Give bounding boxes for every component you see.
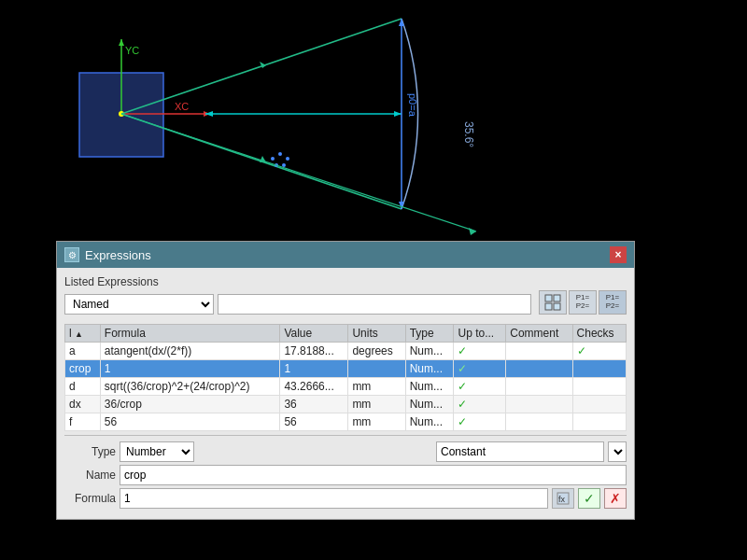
cell-formula: sqrt((36/crop)^2+(24/crop)^2) (100, 378, 280, 396)
formula-row: Formula fx ✓ ✗ (64, 488, 627, 509)
cell-upto: ✓ (454, 413, 506, 431)
cell-checks (572, 360, 626, 378)
type-label: Type (64, 445, 116, 458)
cell-id: a (65, 343, 101, 360)
cell-value: 43.2666... (280, 378, 348, 396)
svg-point-22 (286, 157, 289, 161)
dialog-icon: ⚙ (64, 247, 79, 262)
cell-upto: ✓ (454, 360, 506, 378)
cell-id: d (65, 378, 101, 396)
cad-viewport: XC YC 35.6° p0=a (0, 0, 747, 243)
svg-text:fx: fx (558, 495, 566, 504)
svg-text:p0=a: p0=a (407, 93, 418, 118)
cell-upto: ✓ (454, 343, 506, 360)
toolbar-btn-3[interactable]: P1=P2= (599, 290, 627, 315)
cell-type: Num... (405, 396, 454, 413)
toolbar-buttons: P1=P2= P1=P2= (539, 290, 627, 315)
col-header-formula[interactable]: Formula (100, 325, 280, 343)
reject-button[interactable]: ✗ (604, 488, 627, 509)
type-select[interactable]: Number (120, 441, 194, 462)
filter-search-input[interactable] (218, 294, 531, 315)
cell-formula: 36/crop (100, 396, 280, 413)
cell-value: 56 (280, 413, 348, 431)
svg-rect-27 (545, 295, 552, 301)
toolbar-btn-2[interactable]: P1=P2= (569, 290, 597, 315)
expressions-table: l ▲ Formula Value Units Type Up to... Co… (64, 324, 627, 431)
dialog-body: Listed Expressions Named (57, 268, 634, 519)
name-label: Name (64, 469, 116, 482)
cell-units: mm (348, 396, 405, 413)
top-controls-left: Listed Expressions Named (64, 275, 531, 320)
bottom-fields: Type Number ▼ Name Formula fx (64, 441, 627, 509)
cell-upto: ✓ (454, 378, 506, 396)
filter-select[interactable]: Named (64, 294, 214, 315)
table-row[interactable]: f 56 56 mm Num... ✓ (65, 413, 627, 431)
col-header-type[interactable]: Type (405, 325, 454, 343)
cad-drawing: XC YC 35.6° p0=a (0, 0, 747, 243)
cell-value: 36 (280, 396, 348, 413)
cell-type: Num... (405, 360, 454, 378)
cell-comment (506, 378, 572, 396)
table-row[interactable]: crop 1 1 Num... ✓ (65, 360, 627, 378)
cell-comment (506, 396, 572, 413)
col-header-upto[interactable]: Up to... (454, 325, 506, 343)
col-header-id[interactable]: l ▲ (65, 325, 101, 343)
cell-comment (506, 360, 572, 378)
cell-checks (572, 378, 626, 396)
cell-type: Num... (405, 343, 454, 360)
svg-point-24 (282, 163, 286, 167)
filter-row: Named (64, 294, 531, 315)
cell-formula: atangent(dx/(2*f)) (100, 343, 280, 360)
cell-type: Num... (405, 413, 454, 431)
svg-marker-5 (119, 39, 124, 46)
section-header: Listed Expressions (64, 275, 531, 288)
svg-marker-14 (394, 111, 402, 117)
svg-rect-30 (554, 303, 560, 310)
expressions-dialog: ⚙ Expressions × Listed Expressions Named (56, 241, 635, 520)
svg-point-21 (278, 152, 282, 156)
top-controls: Listed Expressions Named (64, 275, 627, 320)
svg-line-25 (121, 114, 476, 231)
cell-id: crop (65, 360, 101, 378)
toolbar-btn-1[interactable] (539, 290, 567, 315)
cell-units: mm (348, 378, 405, 396)
cell-units: mm (348, 413, 405, 431)
cell-formula: 1 (100, 360, 280, 378)
col-header-checks[interactable]: Checks (572, 325, 626, 343)
svg-line-8 (121, 19, 402, 114)
cell-formula: 56 (100, 413, 280, 431)
svg-text:YC: YC (125, 45, 139, 56)
cell-value: 17.8188... (280, 343, 348, 360)
formula-input[interactable] (120, 488, 548, 509)
col-header-units[interactable]: Units (348, 325, 405, 343)
close-button[interactable]: × (610, 246, 627, 263)
col-header-comment[interactable]: Comment (506, 325, 572, 343)
name-input[interactable] (120, 465, 627, 485)
type-row: Type Number ▼ (64, 441, 627, 462)
svg-rect-29 (545, 303, 552, 310)
table-row[interactable]: a atangent(dx/(2*f)) 17.8188... degrees … (65, 343, 627, 360)
cell-value: 1 (280, 360, 348, 378)
constant-select[interactable]: ▼ (608, 441, 627, 462)
table-row[interactable]: d sqrt((36/crop)^2+(24/crop)^2) 43.2666.… (65, 378, 627, 396)
accept-button[interactable]: ✓ (578, 488, 600, 509)
cell-checks: ✓ (572, 343, 626, 360)
formula-helper-button[interactable]: fx (552, 488, 574, 509)
cell-id: f (65, 413, 101, 431)
cell-id: dx (65, 396, 101, 413)
cell-upto: ✓ (454, 396, 506, 413)
cell-checks (572, 413, 626, 431)
constant-input[interactable] (436, 441, 604, 462)
cell-comment (506, 413, 572, 431)
col-header-value[interactable]: Value (280, 325, 348, 343)
svg-text:XC: XC (175, 101, 189, 112)
svg-marker-13 (205, 111, 213, 117)
table-row[interactable]: dx 36/crop 36 mm Num... ✓ (65, 396, 627, 413)
cell-units: degrees (348, 343, 405, 360)
cell-units (348, 360, 405, 378)
svg-text:35.6°: 35.6° (462, 121, 475, 147)
cell-comment (506, 343, 572, 360)
cell-checks (572, 396, 626, 413)
titlebar-left: ⚙ Expressions (64, 247, 151, 262)
dialog-titlebar: ⚙ Expressions × (57, 242, 634, 268)
